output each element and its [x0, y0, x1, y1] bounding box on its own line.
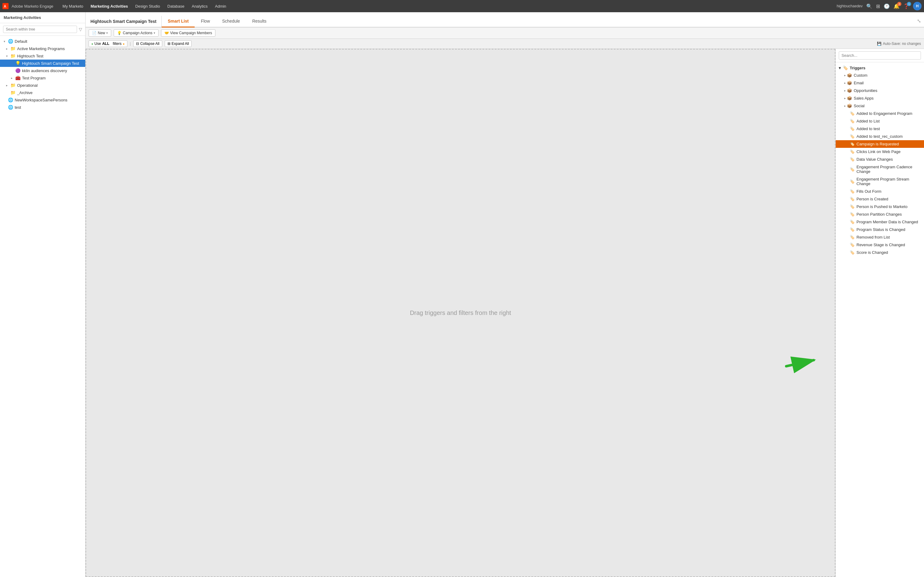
rp-item-added-test-rec[interactable]: 🏷️ Added to test_rec_custom	[836, 132, 924, 140]
rp-item-removed-list[interactable]: 🏷️ Removed from List	[836, 234, 924, 241]
clock-icon[interactable]: 🕐	[884, 3, 890, 9]
trigger-icon: 🏷️	[850, 212, 855, 217]
rp-item-email[interactable]: ▸ 📦 Email	[836, 79, 924, 87]
right-panel-tree: ▾ 🏷️ Triggers ▸ 📦 Custom ▸ 📦 Email	[836, 62, 924, 577]
rp-item-clicks-link[interactable]: 🏷️ Clicks Link on Web Page	[836, 148, 924, 155]
rp-item-program-status[interactable]: 🏷️ Program Status is Changed	[836, 226, 924, 234]
triggers-section[interactable]: ▾ 🏷️ Triggers	[836, 63, 924, 71]
folder-icon: 📦	[847, 88, 852, 93]
tab-flow[interactable]: Flow	[195, 16, 216, 27]
rp-item-fills-form[interactable]: 🏷️ Fills Out Form	[836, 187, 924, 195]
sidebar-item-hightouch-smart[interactable]: 💡 Hightouch Smart Campaign Test	[0, 60, 85, 67]
new-button[interactable]: 📄 New ▾	[89, 29, 111, 37]
rp-item-data-value[interactable]: 🏷️ Data Value Changes	[836, 155, 924, 163]
green-dot-icon: ●	[91, 42, 93, 45]
tab-schedule[interactable]: Schedule	[216, 16, 246, 27]
sidebar-item-hightouch-test[interactable]: ▾ 📁 Hightouch Test	[0, 52, 85, 60]
trigger-icon: 🏷️	[850, 111, 855, 116]
members-icon: 🤝	[164, 31, 169, 35]
trigger-icon: 🏷️	[850, 227, 855, 232]
search-input[interactable]	[3, 26, 77, 33]
expand-icon: ⊞	[168, 42, 171, 46]
tab-bar: Hightouch Smart Campaign Test Smart List…	[85, 12, 924, 27]
help-badge: 1	[907, 2, 911, 6]
nav-admin[interactable]: Admin	[212, 3, 229, 10]
rp-item-added-list[interactable]: 🏷️ Added to List	[836, 117, 924, 125]
globe-icon: 🌐	[8, 97, 13, 102]
caret-icon: ▾	[106, 31, 108, 34]
sidebar-item-archive[interactable]: 📁 _Archive	[0, 89, 85, 96]
chevron-right-icon: ▸	[844, 74, 846, 77]
sidebar-item-test[interactable]: 🌐 test	[0, 103, 85, 111]
right-panel-search-input[interactable]	[839, 51, 921, 60]
right-panel-search	[836, 49, 924, 62]
trigger-icon: 🏷️	[850, 149, 855, 154]
smart-list-canvas[interactable]: Drag triggers and filters from the right	[85, 49, 835, 577]
trigger-icon: 🏷️	[850, 126, 855, 131]
trigger-icon: 🏷️	[850, 243, 855, 247]
caret-icon: ▾	[154, 31, 155, 34]
avatar[interactable]: H	[913, 2, 922, 10]
nav-analytics[interactable]: Analytics	[189, 3, 211, 10]
grid-icon[interactable]: ⊞	[876, 3, 880, 9]
canvas-area: Drag triggers and filters from the right	[85, 49, 924, 577]
nav-my-marketo[interactable]: My Marketo	[60, 3, 87, 10]
separator: |	[130, 42, 131, 46]
rp-item-added-test[interactable]: 🏷️ Added to test	[836, 125, 924, 132]
rp-item-social[interactable]: ▸ 📦 Social	[836, 102, 924, 110]
top-nav: A Adobe Marketo Engage My Marketo Market…	[0, 0, 924, 12]
chevron-right-icon: ▸	[844, 104, 846, 108]
use-all-filters-button[interactable]: ● Use ALL filters ●	[89, 40, 127, 47]
sidebar-item-test-program[interactable]: ▸ 🧰 Test Program	[0, 74, 85, 82]
view-campaign-members-button[interactable]: 🤝 View Campaign Members	[161, 29, 215, 37]
tab-results[interactable]: Results	[246, 16, 273, 27]
filter-icon[interactable]: ▽	[79, 27, 82, 32]
program-icon: 🟣	[15, 68, 21, 73]
folder-icon: 📦	[847, 73, 852, 77]
rp-item-engagement-cadence[interactable]: 🏷️ Engagement Program Cadence Change	[836, 163, 924, 175]
collapse-all-button[interactable]: ⊟ Collapse All	[133, 40, 162, 47]
arrow-annotation	[783, 354, 820, 376]
trigger-icon: 🏷️	[850, 167, 855, 172]
main-layout: Marketing Activities ▽ ▾ 🌐 Default ▸ 📁 A…	[0, 12, 924, 577]
rp-item-added-engagement[interactable]: 🏷️ Added to Engagement Program	[836, 110, 924, 117]
campaign-actions-button[interactable]: 💡 Campaign Actions ▾	[114, 29, 159, 37]
folder-icon: 📦	[847, 81, 852, 85]
sidebar-item-active-marketing[interactable]: ▸ 📁 Active Marketing Programs	[0, 45, 85, 52]
help-icon[interactable]: ❓1	[903, 3, 909, 9]
rp-item-campaign-requested[interactable]: 🏷️ Campaign is Requested	[836, 140, 924, 148]
trigger-icon: 🏷️	[850, 157, 855, 161]
sidebar-item-default[interactable]: ▾ 🌐 Default	[0, 37, 85, 45]
bell-icon[interactable]: 🔔3	[893, 3, 900, 9]
rp-item-person-pushed[interactable]: 🏷️ Person is Pushed to Marketo	[836, 203, 924, 210]
canvas-hint: Drag triggers and filters from the right	[410, 309, 511, 316]
sidebar-item-operational[interactable]: ▸ 📁 Operational	[0, 82, 85, 89]
nav-marketing-activities[interactable]: Marketing Activities	[88, 3, 131, 10]
logo-icon[interactable]: A	[2, 3, 8, 9]
svg-text:A: A	[4, 4, 6, 8]
folder-icon: 📁	[10, 83, 16, 88]
chevron-right-icon: ▸	[6, 84, 10, 87]
nav-database[interactable]: Database	[164, 3, 188, 10]
nav-design-studio[interactable]: Design Studio	[132, 3, 163, 10]
sidebar-item-kklin[interactable]: 🟣 kklin audiences discovery	[0, 67, 85, 74]
rp-item-opportunities[interactable]: ▸ 📦 Opportunities	[836, 87, 924, 94]
rp-item-person-partition[interactable]: 🏷️ Person Partition Changes	[836, 210, 924, 218]
trigger-icon: 🏷️	[850, 197, 855, 201]
rp-item-program-member-data[interactable]: 🏷️ Program Member Data is Changed	[836, 218, 924, 226]
rp-item-revenue-stage[interactable]: 🏷️ Revenue Stage is Changed	[836, 241, 924, 249]
sidebar-item-new-workspace[interactable]: 🌐 NewWorkspaceSamePersons	[0, 96, 85, 103]
search-icon[interactable]: 🔍	[866, 3, 872, 9]
rp-item-person-created[interactable]: 🏷️ Person is Created	[836, 195, 924, 203]
chevron-right-icon: ▸	[844, 97, 846, 100]
rp-item-score-changed[interactable]: 🏷️ Score is Changed	[836, 249, 924, 256]
campaign-name-tab[interactable]: Hightouch Smart Campaign Test	[85, 16, 162, 27]
tab-smart-list[interactable]: Smart List	[162, 16, 195, 27]
rp-item-engagement-stream[interactable]: 🏷️ Engagement Program Stream Change	[836, 175, 924, 187]
rp-item-sales-apps[interactable]: ▸ 📦 Sales Apps	[836, 94, 924, 102]
expand-all-button[interactable]: ⊞ Expand All	[165, 40, 192, 47]
rp-item-custom[interactable]: ▸ 📦 Custom	[836, 71, 924, 79]
expand-icon[interactable]: ⤡	[914, 15, 924, 27]
sidebar: Marketing Activities ▽ ▾ 🌐 Default ▸ 📁 A…	[0, 12, 85, 577]
collapse-icon: ⊟	[136, 42, 139, 46]
